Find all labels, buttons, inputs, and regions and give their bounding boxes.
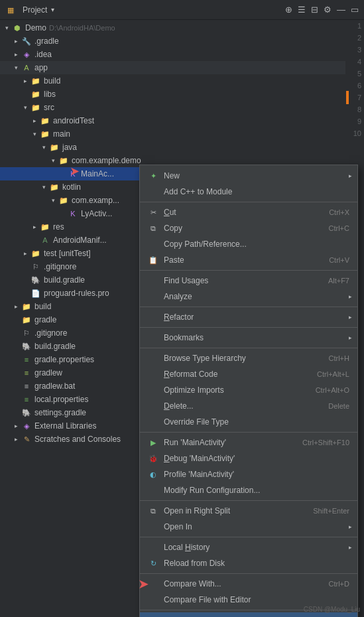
gradleprops-icon: ≡ [21, 354, 32, 365]
line-9: 9 [357, 115, 361, 127]
separator-3 [140, 307, 357, 307]
buildgradle-root-label: build.gradle [34, 342, 76, 351]
tree-item-java[interactable]: 📁 java [0, 141, 345, 154]
com-example-arrow [52, 157, 58, 164]
libs-label: libs [44, 90, 56, 99]
menu-item-refactor[interactable]: Refactor [140, 309, 357, 325]
separator-9 [140, 573, 357, 574]
lyactivity-label: LyActiv... [81, 209, 112, 218]
history-icon [148, 542, 158, 553]
tree-item-main[interactable]: 📁 main [0, 127, 345, 141]
main-icon: 📁 [40, 129, 50, 139]
reload-label: Reload from Disk [164, 559, 349, 568]
separator-4 [140, 327, 357, 328]
tree-item-idea[interactable]: ◈ .idea [0, 48, 345, 61]
tree-item-src[interactable]: 📁 src [0, 101, 345, 114]
tree-item-libs[interactable]: 📁 libs [0, 88, 345, 101]
scratches-arrow [15, 436, 21, 443]
debug-icon: 🐞 [148, 453, 158, 464]
menu-item-browse-hierarchy[interactable]: Browse Type Hierarchy Ctrl+H [140, 350, 357, 366]
copy-path-label: Copy Path/Reference... [164, 240, 349, 249]
browse-hierarchy-shortcut: Ctrl+H [329, 354, 349, 362]
src-arrow [24, 104, 30, 111]
menu-item-find-usages[interactable]: Find Usages Alt+F7 [140, 273, 357, 289]
compare-with-shortcut: Ctrl+D [329, 580, 349, 588]
idea-arrow [15, 51, 21, 58]
menu-item-profile[interactable]: ◐ Profile 'MainActivity' [140, 466, 357, 482]
open-split-icon: ⧉ [148, 506, 158, 516]
menu-item-compare-with[interactable]: Compare With... Ctrl+D [140, 576, 357, 592]
minimize-icon[interactable]: — [337, 5, 345, 15]
reformat-label: Reformat Code [164, 370, 306, 379]
delete-shortcut: Delete [328, 402, 349, 410]
menu-item-debug[interactable]: 🐞 Debug 'MainActivity' [140, 450, 357, 466]
menu-item-optimize[interactable]: Optimize Imports Ctrl+Alt+O [140, 382, 357, 398]
new-icon: ✦ [148, 171, 158, 181]
build-root-arrow [15, 303, 21, 310]
line-10: 10 [353, 127, 361, 139]
external-libs-icon: ◈ [21, 421, 32, 431]
optimize-label: Optimize Imports [164, 385, 305, 395]
line-numbers: 1 2 3 4 5 6 7 8 9 10 [345, 20, 364, 139]
build-arrow [24, 78, 30, 84]
line-1: 1 [357, 20, 361, 32]
menu-item-override-type[interactable]: Override File Type [140, 414, 357, 430]
modify-run-icon [148, 485, 158, 496]
menu-item-copy-path[interactable]: Copy Path/Reference... [140, 236, 357, 252]
menu-item-delete[interactable]: Delete... Delete [140, 398, 357, 414]
separator-1 [140, 202, 357, 202]
new-label: New [164, 171, 349, 180]
gradlew-icon: ≡ [21, 368, 32, 378]
menu-item-open-split[interactable]: ⧉ Open in Right Split Shift+Enter [140, 503, 357, 519]
menu-item-analyze[interactable]: Analyze [140, 289, 357, 305]
tree-item-app[interactable]: A app [0, 61, 345, 74]
src-label: src [44, 103, 54, 112]
build-label: build [44, 76, 60, 86]
tree-item-build[interactable]: 📁 build [0, 74, 345, 88]
menu-item-copy[interactable]: ⧉ Copy Ctrl+C [140, 220, 357, 236]
local-history-label: Local History [164, 543, 349, 552]
menu-item-open-in[interactable]: Open In [140, 519, 357, 535]
menu-item-convert-kotlin[interactable]: ⟲ Convert Java File to Kotlin File Ctrl+… [140, 612, 357, 617]
test-label: test [unitTest] [44, 249, 91, 258]
menu-item-reload[interactable]: ↻ Reload from Disk [140, 555, 357, 571]
gradlewbat-label: gradlew.bat [34, 381, 75, 391]
add-cpp-label: Add C++ to Module [164, 187, 349, 196]
reformat-shortcut: Ctrl+Alt+L [317, 370, 349, 378]
menu-item-run[interactable]: ▶ Run 'MainActivity' Ctrl+Shift+F10 [140, 435, 357, 450]
run-shortcut: Ctrl+Shift+F10 [302, 439, 349, 446]
menu-item-add-cpp[interactable]: Add C++ to Module [140, 184, 357, 200]
main-label: main [53, 129, 70, 139]
run-icon: ▶ [148, 437, 158, 448]
com-example-label: com.example.demo [72, 156, 141, 165]
settings-icon[interactable]: ⚙ [324, 5, 332, 15]
kotlin-label: kotlin [62, 182, 81, 192]
menu-item-reformat[interactable]: Reformat Code Ctrl+Alt+L [140, 366, 357, 382]
list-icon[interactable]: ☰ [298, 5, 306, 15]
layout-icon[interactable]: ⊟ [311, 5, 318, 15]
test-icon: 📁 [30, 248, 41, 259]
gradlew-label: gradlew [34, 368, 62, 377]
menu-item-bookmarks[interactable]: Bookmarks [140, 330, 357, 346]
globe-icon[interactable]: ⊕ [285, 5, 292, 15]
tree-item-gradle[interactable]: 🔧 .gradle [0, 34, 345, 48]
menu-item-local-history[interactable]: Local History [140, 539, 357, 555]
menu-item-new[interactable]: ✦ New [140, 168, 357, 184]
tree-item-androidtest[interactable]: 📁 androidTest [0, 114, 345, 127]
cut-icon: ✂ [148, 207, 158, 218]
settingsgradle-icon: 🐘 [21, 407, 32, 418]
compare-editor-icon [148, 594, 158, 605]
mainactivity-label: MainAc... [81, 169, 114, 178]
build-root-icon: 📁 [21, 301, 32, 312]
reformat-icon [148, 369, 158, 379]
menu-item-cut[interactable]: ✂ Cut Ctrl+X [140, 204, 357, 220]
libs-icon: 📁 [30, 89, 41, 100]
menu-item-paste[interactable]: 📋 Paste Ctrl+V [140, 252, 357, 268]
menu-item-modify-run[interactable]: Modify Run Configuration... [140, 482, 357, 498]
restore-icon[interactable]: ▭ [351, 5, 359, 15]
toolbar-arrow[interactable]: ▾ [51, 6, 54, 13]
gitignore-label: .gitignore [44, 262, 76, 271]
refactor-label: Refactor [164, 312, 349, 322]
tree-root[interactable]: ⬢ Demo D:\AndroidHA\Demo [0, 21, 345, 34]
localprops-icon: ≡ [21, 394, 32, 405]
